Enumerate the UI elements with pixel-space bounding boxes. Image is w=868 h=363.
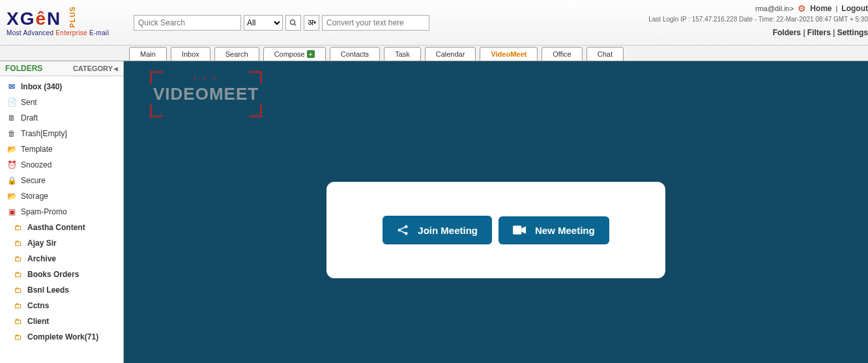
- sidebar-subfolder[interactable]: 🗀Archive: [0, 251, 123, 267]
- sidebar-item-spam[interactable]: ▣Spam-Promo: [0, 204, 123, 220]
- gear-icon[interactable]: ⚙: [798, 3, 806, 14]
- subfolder-icon: 🗀: [13, 301, 23, 310]
- sidebar-item-storage[interactable]: 📂Storage: [0, 188, 123, 204]
- language-button[interactable]: अ▾: [304, 15, 319, 31]
- subfolder-icon: 🗀: [13, 239, 23, 248]
- category-label[interactable]: CATEGORY ◂: [73, 65, 118, 73]
- folders-link[interactable]: Folders: [773, 28, 801, 37]
- tab-videomeet[interactable]: VideoMeet: [480, 47, 538, 61]
- folder-list: ✉Inbox (340) 📄Sent 🗎Draft 🗑Trash[Empty] …: [0, 76, 123, 347]
- sent-icon: 📄: [7, 98, 17, 107]
- svg-line-1: [295, 23, 297, 25]
- tab-main[interactable]: Main: [129, 47, 167, 61]
- tab-chat[interactable]: Chat: [586, 47, 624, 61]
- sidebar-item-sent[interactable]: 📄Sent: [0, 94, 123, 110]
- search-scope-select[interactable]: All: [244, 15, 283, 31]
- dots-icon: ● ● ●: [194, 75, 219, 81]
- sidebar-header: FOLDERS CATEGORY ◂: [0, 61, 123, 76]
- meeting-card: Join Meeting New Meeting: [326, 182, 665, 278]
- sidebar-item-secure[interactable]: 🔒Secure: [0, 173, 123, 188]
- search-area: All अ▾: [134, 15, 429, 31]
- sidebar-subfolder[interactable]: 🗀Client: [0, 313, 123, 329]
- svg-rect-5: [513, 225, 521, 234]
- videomeet-logo: ● ● ● VIDEOMEET: [153, 84, 259, 104]
- spam-icon: ▣: [7, 207, 17, 216]
- share-icon: [397, 224, 409, 236]
- content-area: ● ● ● VIDEOMEET Join Meeting New Meeting: [124, 61, 868, 363]
- header: XGêNPLUS Most Advanced Enterprise E-mail…: [0, 0, 868, 46]
- folders-label[interactable]: FOLDERS: [5, 64, 42, 73]
- convert-text-input[interactable]: [322, 15, 429, 31]
- svg-point-4: [405, 232, 408, 235]
- user-line: rma@dil.in> ⚙ Home | Logout: [648, 3, 868, 14]
- tab-search[interactable]: Search: [214, 47, 259, 61]
- sidebar-subfolder[interactable]: 🗀Books Orders: [0, 267, 123, 282]
- sidebar-item-inbox[interactable]: ✉Inbox (340): [0, 79, 123, 94]
- video-icon: [513, 225, 526, 235]
- draft-icon: 🗎: [7, 113, 17, 123]
- lock-icon: 🔒: [7, 176, 17, 185]
- search-icon: [289, 19, 297, 27]
- bracket-icon: [150, 104, 163, 117]
- new-meeting-button[interactable]: New Meeting: [499, 216, 609, 244]
- subfolder-icon: 🗀: [13, 254, 23, 263]
- login-info: Last Login IP : 157.47.216.228 Date - Ti…: [648, 16, 868, 23]
- svg-point-3: [405, 225, 408, 229]
- tab-inbox[interactable]: Inbox: [171, 47, 210, 61]
- svg-point-2: [398, 229, 401, 232]
- tab-task[interactable]: Task: [384, 47, 421, 61]
- folder-icon: 📂: [7, 145, 17, 154]
- sidebar-subfolder[interactable]: 🗀Cctns: [0, 298, 123, 313]
- subfolder-icon: 🗀: [13, 317, 23, 326]
- compose-plus-icon: +: [307, 50, 315, 58]
- right-links: Folders | Filters | Settings: [648, 28, 868, 37]
- logo-main: XGêNPLUS: [7, 8, 121, 29]
- sidebar-subfolder[interactable]: 🗀Complete Work(71): [0, 329, 123, 345]
- bracket-icon: [150, 71, 163, 84]
- subfolder-icon: 🗀: [13, 223, 23, 232]
- sidebar-item-snoozed[interactable]: ⏰Snoozed: [0, 157, 123, 173]
- search-button[interactable]: [285, 15, 301, 31]
- sidebar-item-draft[interactable]: 🗎Draft: [0, 110, 123, 126]
- clock-icon: ⏰: [7, 160, 17, 169]
- sidebar-item-template[interactable]: 📂Template: [0, 141, 123, 157]
- bracket-icon: [249, 104, 262, 117]
- tab-compose[interactable]: Compose+: [263, 47, 326, 61]
- storage-icon: 📂: [7, 192, 17, 201]
- main-wrap: FOLDERS CATEGORY ◂ ✉Inbox (340) 📄Sent 🗎D…: [0, 61, 868, 363]
- tab-office[interactable]: Office: [542, 47, 583, 61]
- bracket-icon: [249, 71, 262, 84]
- trash-icon: 🗑: [7, 129, 17, 138]
- svg-point-0: [291, 20, 295, 24]
- settings-link[interactable]: Settings: [837, 28, 868, 37]
- envelope-icon: ✉: [7, 82, 17, 91]
- sidebar-subfolder[interactable]: 🗀Bsnl Leeds: [0, 282, 123, 298]
- subfolder-icon: 🗀: [13, 285, 23, 295]
- logo: XGêNPLUS Most Advanced Enterprise E-mail: [0, 5, 127, 40]
- subfolder-icon: 🗀: [13, 332, 23, 341]
- user-email: rma@dil.in>: [755, 5, 794, 12]
- filters-link[interactable]: Filters: [807, 28, 831, 37]
- tabs-bar: Main Inbox Search Compose+ Contacts Task…: [0, 46, 868, 61]
- home-link[interactable]: Home: [810, 4, 832, 13]
- sidebar: FOLDERS CATEGORY ◂ ✉Inbox (340) 📄Sent 🗎D…: [0, 61, 124, 363]
- logo-tagline: Most Advanced Enterprise E-mail: [7, 29, 121, 36]
- tab-contacts[interactable]: Contacts: [330, 47, 380, 61]
- join-meeting-button[interactable]: Join Meeting: [383, 216, 492, 244]
- top-right: rma@dil.in> ⚙ Home | Logout Last Login I…: [648, 3, 868, 37]
- sidebar-item-trash[interactable]: 🗑Trash[Empty]: [0, 126, 123, 141]
- chevron-left-icon: ◂: [114, 65, 118, 73]
- sidebar-subfolder[interactable]: 🗀Aastha Content: [0, 220, 123, 235]
- subfolder-icon: 🗀: [13, 270, 23, 279]
- sidebar-subfolder[interactable]: 🗀Ajay Sir: [0, 235, 123, 251]
- tab-calendar[interactable]: Calendar: [425, 47, 476, 61]
- quick-search-input[interactable]: [134, 15, 241, 31]
- logout-link[interactable]: Logout: [841, 4, 868, 13]
